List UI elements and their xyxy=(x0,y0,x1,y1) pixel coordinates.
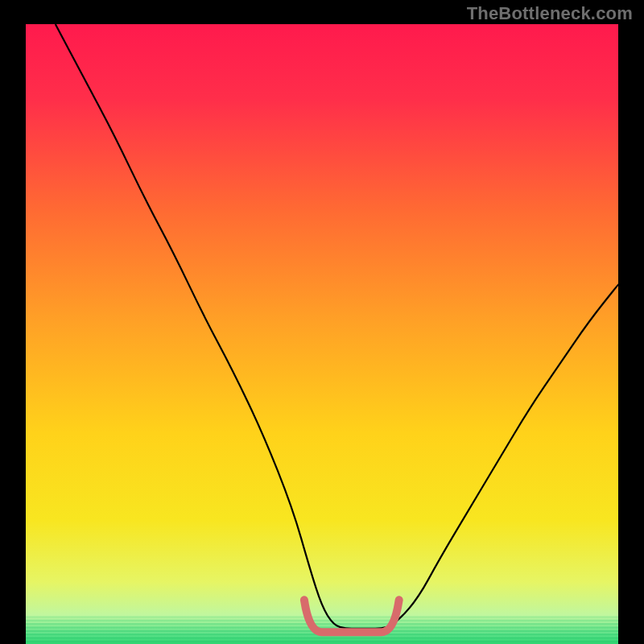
bottleneck-chart xyxy=(26,24,618,644)
plot-area xyxy=(26,24,618,644)
svg-rect-7 xyxy=(26,641,618,642)
svg-rect-6 xyxy=(26,637,618,638)
chart-frame: TheBottleneck.com xyxy=(0,0,644,644)
svg-rect-2 xyxy=(26,623,618,625)
svg-rect-0 xyxy=(26,616,618,617)
watermark-text: TheBottleneck.com xyxy=(467,3,633,24)
gradient-background xyxy=(26,24,618,644)
svg-rect-1 xyxy=(26,620,618,621)
